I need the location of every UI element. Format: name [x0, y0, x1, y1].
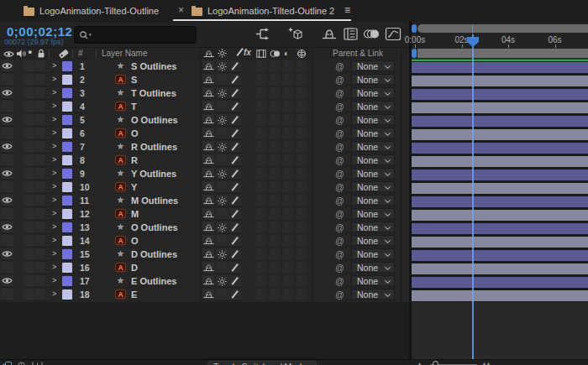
lock-cell[interactable]	[34, 74, 45, 85]
label-color-swatch[interactable]	[62, 169, 72, 179]
solo-cell[interactable]	[24, 262, 34, 273]
label-color-swatch[interactable]	[62, 263, 72, 273]
frame-blend-cell[interactable]	[256, 114, 267, 125]
solo-cell[interactable]	[24, 222, 34, 232]
layer-duration-bar[interactable]	[412, 223, 588, 234]
expand-arrow[interactable]: >	[52, 169, 56, 177]
layer-name[interactable]: D	[131, 263, 138, 273]
label-color-swatch[interactable]	[62, 75, 72, 85]
lock-cell[interactable]	[34, 60, 45, 71]
eye-toggle[interactable]	[1, 154, 13, 165]
label-color-swatch[interactable]	[62, 102, 72, 112]
eye-toggle[interactable]	[1, 262, 13, 273]
eye-toggle[interactable]	[1, 208, 13, 219]
collapse-transformations-switch[interactable]	[216, 128, 228, 138]
adjustment-cell[interactable]	[283, 208, 294, 219]
layer-name[interactable]: Y	[131, 182, 137, 192]
motion-blur-cell[interactable]	[270, 101, 281, 112]
shy-switch[interactable]	[202, 275, 214, 286]
frame-blend-cell[interactable]	[256, 87, 267, 98]
collapse-transformations-switch[interactable]	[216, 114, 228, 125]
quality-switch[interactable]	[229, 114, 241, 125]
frame-blend-cell[interactable]	[256, 248, 267, 259]
label-color-swatch[interactable]	[62, 196, 72, 206]
threed-cell[interactable]	[297, 154, 307, 165]
collapse-transformations-switch[interactable]	[216, 195, 228, 206]
parent-dropdown[interactable]: None	[351, 195, 395, 206]
motion-blur-cell[interactable]	[270, 262, 281, 273]
frame-blend-cell[interactable]	[256, 101, 267, 112]
current-timecode[interactable]: 0;00;02;12	[7, 24, 72, 39]
layer-row[interactable]: > 13 ★ O Outlines	[0, 221, 410, 234]
collapse-transformations-switch[interactable]	[216, 74, 228, 85]
graph-editor-icon[interactable]	[385, 27, 402, 41]
eye-toggle[interactable]	[1, 181, 13, 192]
motion-blur-cell[interactable]	[270, 248, 281, 259]
label-color-swatch[interactable]	[62, 289, 72, 300]
parent-dropdown[interactable]: None	[351, 275, 395, 286]
motion-blur-cell[interactable]	[270, 275, 281, 286]
collapse-transformations-switch[interactable]	[216, 248, 228, 259]
adjustment-cell[interactable]	[283, 114, 294, 125]
quality-switch[interactable]	[229, 101, 241, 112]
layer-row[interactable]: > 3 ★ T Outlines	[0, 86, 410, 100]
shy-switch[interactable]	[202, 195, 214, 206]
expand-arrow[interactable]: >	[52, 61, 56, 70]
frame-blend-cell[interactable]	[256, 128, 267, 138]
quality-switch[interactable]	[229, 262, 241, 273]
threed-cell[interactable]	[297, 74, 307, 85]
layer-name[interactable]: O Outlines	[131, 222, 178, 232]
threed-cell[interactable]	[297, 275, 307, 286]
frame-blend-cell[interactable]	[256, 275, 267, 286]
layer-name[interactable]: M Outlines	[131, 196, 178, 206]
shy-switch[interactable]	[202, 87, 214, 98]
eye-toggle[interactable]	[1, 275, 13, 286]
expand-arrow[interactable]: >	[52, 209, 56, 217]
parent-dropdown[interactable]: None	[351, 208, 395, 219]
frame-blend-cell[interactable]	[256, 262, 267, 273]
layer-name[interactable]: O Outlines	[131, 115, 178, 125]
frame-blend-cell[interactable]	[256, 195, 267, 206]
label-color-swatch[interactable]	[62, 61, 72, 71]
expand-in-out-pane-icon[interactable]	[32, 362, 43, 365]
pickwhip-icon[interactable]: @	[335, 75, 344, 85]
solo-cell[interactable]	[24, 114, 34, 125]
threed-cell[interactable]	[297, 195, 307, 206]
pickwhip-icon[interactable]: @	[335, 249, 344, 259]
motion-blur-column-icon[interactable]	[270, 50, 281, 58]
navigator-start-handle[interactable]	[412, 24, 417, 33]
layer-name[interactable]: O	[131, 128, 139, 138]
adjustment-cell[interactable]	[283, 168, 294, 179]
threed-cell[interactable]	[297, 141, 307, 152]
lock-cell[interactable]	[34, 87, 45, 98]
threed-cell[interactable]	[297, 60, 307, 71]
collapse-transformations-switch[interactable]	[216, 154, 228, 165]
layer-name[interactable]: R Outlines	[131, 142, 177, 152]
threed-cell[interactable]	[297, 101, 307, 112]
label-color-swatch[interactable]	[62, 236, 72, 246]
quality-switch[interactable]	[229, 141, 241, 152]
layer-name[interactable]: O	[131, 236, 139, 246]
expand-arrow[interactable]: >	[52, 142, 56, 150]
threed-cell[interactable]	[297, 289, 307, 300]
tab-label[interactable]: LogoAnimation-Tilted-Outline	[39, 6, 159, 16]
layer-name[interactable]: E Outlines	[131, 276, 176, 286]
motion-blur-cell[interactable]	[270, 181, 281, 192]
label-color-swatch[interactable]	[62, 182, 72, 192]
parent-link-column-label[interactable]: Parent & Link	[333, 49, 383, 58]
motion-blur-cell[interactable]	[270, 87, 281, 98]
parent-dropdown[interactable]: None	[351, 289, 395, 300]
expand-arrow[interactable]: >	[52, 182, 56, 190]
motion-blur-cell[interactable]	[270, 141, 281, 152]
layer-name[interactable]: T	[131, 102, 137, 112]
quality-switch[interactable]	[229, 208, 241, 219]
eye-toggle[interactable]	[1, 168, 13, 179]
eye-toggle[interactable]	[1, 74, 13, 85]
layer-duration-bar[interactable]	[412, 156, 588, 167]
zoom-out-icon[interactable]: ▲	[417, 361, 423, 365]
layer-row[interactable]: > 15 ★ D Outlines	[0, 248, 410, 261]
collapse-column-icon[interactable]	[218, 49, 227, 58]
pickwhip-icon[interactable]: @	[335, 209, 344, 219]
expand-arrow[interactable]: >	[52, 263, 56, 271]
quality-switch[interactable]	[229, 87, 241, 98]
